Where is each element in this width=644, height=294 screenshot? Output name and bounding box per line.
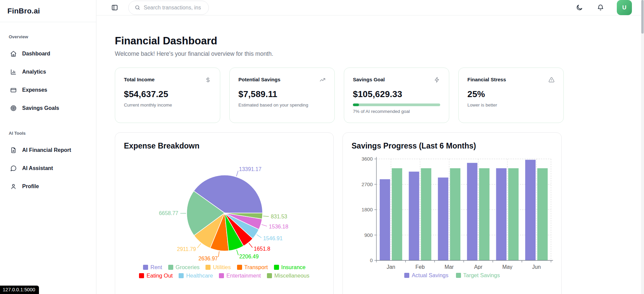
sidebar-item-expenses[interactable]: Expenses	[8, 81, 88, 99]
legend-swatch	[179, 273, 184, 278]
card-value: $7,589.11	[238, 89, 326, 99]
legend-label: Eating Out	[146, 272, 173, 279]
y-tick-label: 0	[370, 257, 373, 263]
pie-label-line	[257, 235, 261, 238]
home-icon	[10, 50, 17, 57]
legend-label: Target Savings	[463, 272, 500, 279]
bar-actual-savings-apr[interactable]	[467, 163, 477, 260]
bar-actual-savings-may[interactable]	[496, 168, 507, 260]
sidebar-item-label: AI Assistant	[22, 165, 53, 171]
card-value: $54,637.25	[124, 89, 211, 99]
sidebar: FinBro.ai Overview Dashboard Analytics E…	[0, 0, 96, 294]
charts-row: Expense Breakdown 13391.176658.772911.79…	[115, 132, 644, 294]
pie-legend-row: RentGroceriesUtilitiesTransportInsurance	[143, 264, 306, 270]
nav-section-overview-label: Overview	[9, 34, 88, 39]
sidebar-item-dashboard[interactable]: Dashboard	[8, 45, 88, 63]
savings-progress-title: Savings Progress (Last 6 Months)	[352, 141, 553, 151]
legend-item-healthcare: Healthcare	[179, 272, 213, 279]
bar-actual-savings-mar[interactable]	[438, 177, 448, 260]
notifications-button[interactable]	[596, 3, 605, 12]
pie-value-label: 2206.49	[239, 254, 259, 259]
trending-up-icon	[319, 77, 326, 83]
savings-progress-card: Savings Progress (Last 6 Months) 0900180…	[342, 132, 562, 294]
metric-cards-row: Total Income $54,637.25 Current monthly …	[115, 68, 644, 123]
scrollbar-thumb[interactable]	[641, 0, 644, 34]
legend-swatch	[139, 273, 144, 278]
sidebar-item-label: AI Financial Report	[22, 147, 71, 153]
y-tick-label: 3600	[362, 156, 373, 162]
app-root: FinBro.ai Overview Dashboard Analytics E…	[0, 0, 644, 294]
dark-mode-toggle-button[interactable]	[574, 3, 584, 12]
legend-swatch	[205, 265, 211, 270]
card-savings-goal: Savings Goal $105,629.33 7% of AI recomm…	[344, 68, 449, 123]
content-area: U Financial Dashboard Welcome back! Here…	[96, 0, 644, 294]
dollar-icon	[205, 77, 211, 83]
bar-target-savings-may[interactable]	[508, 168, 519, 260]
expense-pie-chart[interactable]: 13391.176658.772911.792636.972206.491651…	[124, 154, 325, 262]
sidebar-item-ai-assistant[interactable]: AI Assistant	[8, 159, 88, 177]
legend-item-transport: Transport	[237, 264, 268, 270]
goal-progress-bar	[353, 103, 440, 106]
legend-item-miscellaneous: Miscellaneous	[267, 272, 310, 279]
card-financial-stress: Financial Stress 25% Lower is better	[458, 68, 564, 123]
topbar: U	[96, 0, 644, 15]
pie-label-line	[197, 244, 201, 248]
legend-label: Insurance	[281, 264, 306, 270]
card-title: Potential Savings	[238, 77, 280, 82]
sidebar-item-analytics[interactable]: Analytics	[8, 63, 88, 81]
sidebar-item-label: Analytics	[22, 69, 46, 75]
pie-label-line	[249, 243, 252, 248]
bar-target-savings-feb[interactable]	[421, 168, 431, 260]
bar-actual-savings-jun[interactable]	[525, 160, 536, 260]
file-chart-icon	[10, 147, 17, 154]
card-total-income: Total Income $54,637.25 Current monthly …	[115, 68, 220, 123]
pie-label-line	[263, 216, 269, 216]
sidebar-toggle-button[interactable]	[110, 3, 120, 12]
legend-item-target-savings: Target Savings	[456, 272, 500, 279]
pie-label-line	[262, 224, 267, 226]
target-icon	[10, 105, 17, 112]
card-subtext: Lower is better	[467, 102, 555, 108]
card-potential-savings: Potential Savings $7,589.11 Estimated ba…	[229, 68, 335, 123]
chat-bubble-icon	[10, 165, 17, 172]
pie-legend-row: Eating OutHealthcareEntertainmentMiscell…	[139, 272, 309, 279]
y-tick-label: 2700	[362, 181, 373, 187]
expense-breakdown-title: Expense Breakdown	[124, 141, 325, 151]
card-value: 25%	[467, 89, 555, 99]
search-bar[interactable]	[128, 1, 209, 15]
bar-actual-savings-feb[interactable]	[409, 172, 419, 260]
page-subtitle: Welcome back! Here's your financial over…	[115, 50, 644, 57]
avatar[interactable]: U	[617, 0, 632, 15]
pie-value-label: 1651.8	[254, 246, 270, 252]
search-icon	[135, 5, 140, 10]
legend-item-actual-savings: Actual Savings	[404, 272, 448, 279]
bar-target-savings-jan[interactable]	[392, 168, 402, 260]
bar-target-savings-mar[interactable]	[450, 168, 460, 260]
legend-item-eating-out: Eating Out	[139, 272, 173, 279]
savings-bar-chart[interactable]: 0900180027003600JanFebMarAprMayJun	[352, 154, 553, 269]
sidebar-item-profile[interactable]: Profile	[8, 177, 88, 196]
logo-row: FinBro.ai	[0, 0, 96, 22]
sidebar-item-ai-financial-report[interactable]: AI Financial Report	[8, 141, 88, 159]
nav-section-ai-tools-label: AI Tools	[9, 131, 88, 136]
page-scrollbar[interactable]	[641, 0, 644, 294]
app-logo: FinBro.ai	[7, 7, 40, 15]
pie-label-line	[236, 171, 238, 176]
bar-legend: Actual SavingsTarget Savings	[352, 272, 553, 279]
legend-label: Entertainment	[226, 272, 261, 279]
sidebar-nav: Overview Dashboard Analytics Expenses Sa…	[0, 22, 96, 206]
search-input[interactable]	[144, 5, 201, 11]
bar-target-savings-apr[interactable]	[479, 168, 490, 260]
bar-chart-icon	[10, 69, 17, 75]
bar-target-savings-jun[interactable]	[537, 168, 548, 260]
legend-swatch	[274, 265, 279, 270]
legend-swatch	[456, 273, 461, 278]
sidebar-item-savings-goals[interactable]: Savings Goals	[8, 99, 88, 117]
bar-actual-savings-jan[interactable]	[380, 179, 390, 260]
legend-item-groceries: Groceries	[168, 264, 200, 270]
legend-label: Actual Savings	[412, 272, 448, 279]
legend-label: Healthcare	[186, 272, 213, 279]
pie-value-label: 831.53	[271, 214, 287, 219]
nav-gap	[8, 117, 88, 129]
pie-legend: RentGroceriesUtilitiesTransportInsurance…	[124, 264, 325, 279]
